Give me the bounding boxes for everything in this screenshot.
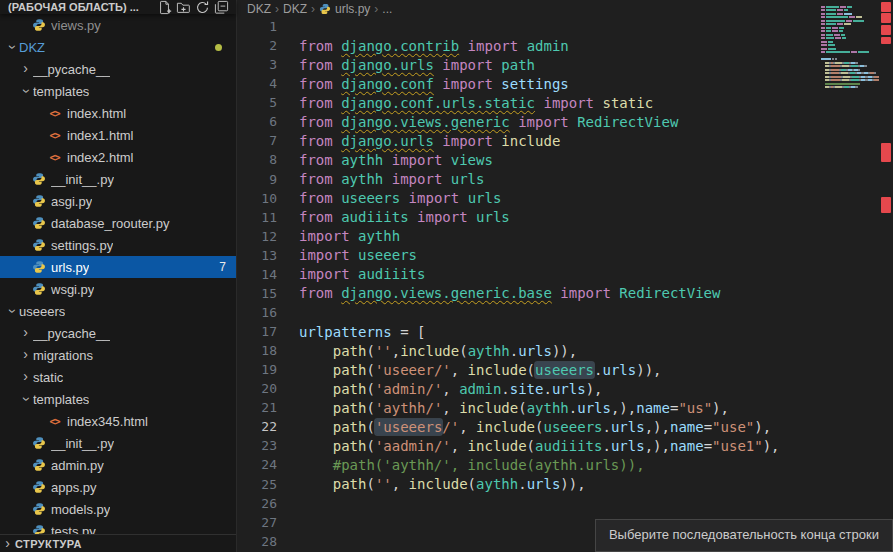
code-line-content[interactable]: path('aythh/', include(aythh.urls,),name… <box>299 400 729 416</box>
code-line-content[interactable]: from django.conf.urls.static import stat… <box>299 95 653 111</box>
tree-folder-static[interactable]: ›static <box>0 366 236 388</box>
code-token: import <box>442 57 493 73</box>
code-line-content[interactable]: from django.contrib import admin <box>299 38 569 54</box>
code-line-20: 20 path('admin/', admin.site.urls), <box>237 379 821 398</box>
chevron-down-icon[interactable]: › <box>18 392 34 407</box>
chevron-down-icon[interactable]: › <box>18 84 34 99</box>
tree-folder-__pycache__[interactable]: ›__pycache__ <box>0 322 236 344</box>
tree-folder-templates[interactable]: ›templates <box>0 80 236 102</box>
code-token: from <box>299 114 333 130</box>
tree-file-apps.py[interactable]: apps.py <box>0 476 236 498</box>
chevron-right-icon[interactable]: › <box>18 369 33 385</box>
minimap-token <box>844 23 851 25</box>
code-line-content[interactable]: #path('aythh/', include(aythh.urls)), <box>299 457 645 473</box>
code-line-content[interactable]: path('',include(aythh.urls)), <box>299 343 577 359</box>
minimap[interactable] <box>821 2 879 100</box>
tree-file-index2.html[interactable]: <>index2.html <box>0 146 236 168</box>
tree-file-__init__.py[interactable]: __init__.py <box>0 432 236 454</box>
python-icon <box>30 282 47 297</box>
code-token <box>299 419 333 435</box>
code-token: . <box>518 476 526 492</box>
code-line-content[interactable]: from django.views.generic import Redirec… <box>299 114 678 130</box>
code-line-content[interactable]: import useeers <box>299 247 417 263</box>
minimap-token <box>826 20 845 22</box>
minimap-token <box>826 6 839 8</box>
line-number: 3 <box>237 57 277 72</box>
line-number: 16 <box>237 305 277 320</box>
code-line-content[interactable]: path('admin/', admin.site.urls), <box>299 381 603 397</box>
code-editor[interactable]: 12from django.contrib import admin3from … <box>237 17 821 552</box>
code-line-content[interactable]: import aythh <box>299 228 400 244</box>
breadcrumb-item-DKZ[interactable]: DKZ <box>283 2 307 16</box>
line-number: 12 <box>237 229 277 244</box>
breadcrumb-item-DKZ[interactable]: DKZ <box>247 2 271 16</box>
code-line-content[interactable]: path('aadmin/', include(audiiits.urls,),… <box>299 438 780 454</box>
tree-file-wsgi.py[interactable]: wsgi.py <box>0 278 236 300</box>
tree-file-asgi.py[interactable]: asgi.py <box>0 190 236 212</box>
tree-file-tests.py[interactable]: tests.py <box>0 520 236 534</box>
code-token: useeers <box>543 419 602 435</box>
code-line-content[interactable]: path('useeers/', include(useeers.urls,),… <box>299 419 771 435</box>
tree-item-label: database_roouter.py <box>51 216 170 231</box>
tree-item-label: asgi.py <box>51 194 92 209</box>
code-token <box>442 171 450 187</box>
code-token: from <box>299 171 333 187</box>
tree-file-urls.py[interactable]: urls.py7 <box>0 256 236 278</box>
tree-folder-__pycache__[interactable]: ›__pycache__ <box>0 58 236 80</box>
python-icon <box>30 194 47 209</box>
chevron-right-icon[interactable]: › <box>18 347 33 363</box>
code-line-content[interactable]: from django.conf import settings <box>299 76 569 92</box>
new-file-icon[interactable] <box>156 0 173 15</box>
code-token: import <box>417 209 468 225</box>
code-token: [ <box>417 324 425 340</box>
minimap-line <box>821 55 879 57</box>
code-line-content[interactable]: urlpatterns = [ <box>299 324 425 340</box>
code-line-content[interactable]: path('', include(aythh.urls)), <box>299 476 586 492</box>
refresh-icon[interactable] <box>194 0 211 15</box>
breadcrumb-item-urls.py[interactable]: urls.py <box>319 2 370 16</box>
chevron-down-icon[interactable]: › <box>4 304 20 319</box>
tree-item-label: apps.py <box>51 480 97 495</box>
code-line-content[interactable]: from django.urls import path <box>299 57 535 73</box>
tree-folder-templates[interactable]: ›templates <box>0 388 236 410</box>
tree-file-settings.py[interactable]: settings.py <box>0 234 236 256</box>
code-line-content[interactable]: from audiiits import urls <box>299 209 510 225</box>
minimap-line <box>821 69 879 71</box>
tree-file-index345.html[interactable]: <>index345.html <box>0 410 236 432</box>
chevron-right-icon[interactable]: › <box>18 325 33 341</box>
outline-section-header[interactable]: › СТРУКТУРА <box>0 534 236 552</box>
code-line-content[interactable]: import audiiits <box>299 266 425 282</box>
minimap-token <box>831 76 839 78</box>
tree-file-index.html[interactable]: <>index.html <box>0 102 236 124</box>
chevron-right-icon[interactable]: › <box>18 61 33 77</box>
code-token: import <box>560 285 611 301</box>
collapse-all-icon[interactable] <box>213 0 230 15</box>
code-line-content[interactable]: path('useeer/', include(useeers.urls)), <box>299 362 662 378</box>
tree-folder-migrations[interactable]: ›migrations <box>0 344 236 366</box>
tree-folder-useeers[interactable]: ›useeers <box>0 300 236 322</box>
code-line-content[interactable]: from aythh import urls <box>299 171 484 187</box>
tree-file-admin.py[interactable]: admin.py <box>0 454 236 476</box>
code-token: . <box>602 438 610 454</box>
chevron-down-icon[interactable]: › <box>4 40 20 55</box>
code-token: from <box>299 209 333 225</box>
tree-file-database_roouter.py[interactable]: database_roouter.py <box>0 212 236 234</box>
tree-file-index1.html[interactable]: <>index1.html <box>0 124 236 146</box>
line-number: 8 <box>237 152 277 167</box>
code-line-content[interactable]: from useeers import urls <box>299 190 501 206</box>
code-line-content[interactable]: from django.views.generic.base import Re… <box>299 285 720 301</box>
new-folder-icon[interactable] <box>175 0 192 15</box>
tree-file-models.py[interactable]: models.py <box>0 498 236 520</box>
breadcrumb-item-...[interactable]: ... <box>382 2 392 16</box>
code-line-content[interactable]: from django.urls import include <box>299 133 560 149</box>
code-token: path <box>333 400 367 416</box>
code-token <box>299 476 333 492</box>
overview-ruler[interactable] <box>879 0 893 552</box>
tree-file-views.py[interactable]: views.py <box>0 14 236 36</box>
line-number: 4 <box>237 76 277 91</box>
tree-folder-DKZ[interactable]: ›DKZ <box>0 36 236 58</box>
line-number: 21 <box>237 400 277 415</box>
tree-file-__init__.py[interactable]: __init__.py <box>0 168 236 190</box>
code-token: include <box>459 400 518 416</box>
code-line-content[interactable]: from aythh import views <box>299 152 493 168</box>
